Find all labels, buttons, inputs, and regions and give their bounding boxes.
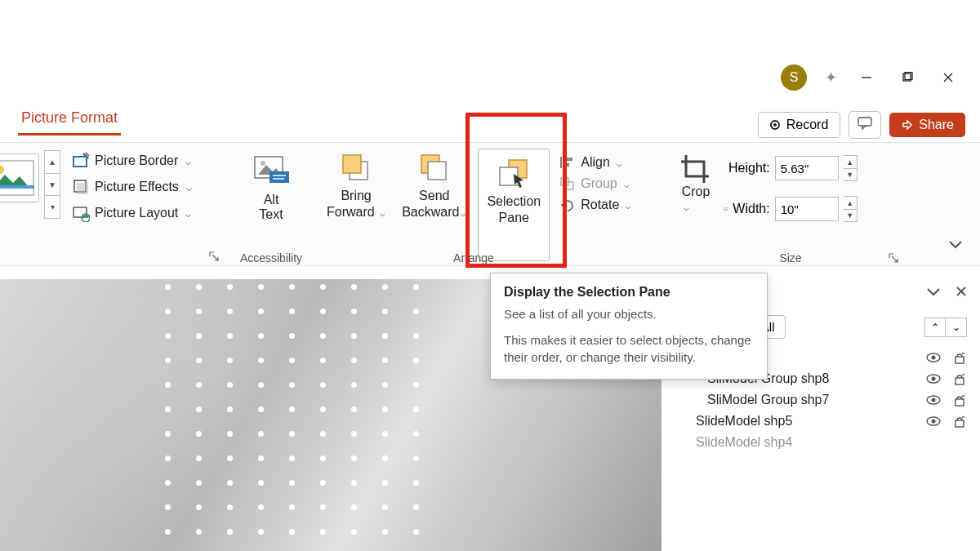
lock-icon[interactable] [952, 393, 967, 407]
copilot-icon[interactable]: ✦ [825, 69, 837, 87]
width-label: Width: [733, 202, 769, 216]
align-button[interactable]: Align [559, 155, 631, 170]
svg-rect-48 [956, 378, 964, 384]
arrange-group-label: Arrange [302, 251, 645, 264]
record-dot-icon [770, 120, 780, 130]
height-spinner[interactable]: ▲▼ [844, 155, 858, 181]
width-icon [724, 207, 728, 211]
ribbon-collapse-button[interactable] [947, 238, 964, 253]
selection-pane-tooltip: Display the Selection Pane See a list of… [490, 273, 768, 380]
bring-forward-button[interactable]: BringForward [318, 144, 394, 266]
ribbon-tab-strip: Picture Format [18, 104, 121, 136]
crop-button[interactable]: Crop [668, 144, 724, 214]
tab-picture-format[interactable]: Picture Format [18, 104, 121, 136]
selection-pane-close-icon[interactable] [956, 281, 967, 302]
picture-style-options: Picture Border Picture Effects Picture L… [72, 152, 192, 222]
svg-point-47 [932, 377, 936, 381]
crop-icon [678, 152, 714, 184]
slide-dot-pattern [162, 279, 448, 551]
gallery-more-icon[interactable]: ▾ [44, 196, 60, 219]
alt-text-icon [252, 155, 291, 188]
close-button[interactable] [937, 66, 960, 89]
accessibility-group: AltText Accessibility [227, 144, 315, 266]
dimension-inputs: Height: ▲▼ Width: ▲▼ [724, 144, 858, 222]
svg-rect-29 [563, 163, 569, 167]
move-up-button[interactable]: ⌃ [924, 318, 946, 337]
object-name: SlideModel shp4 [689, 435, 967, 450]
rotate-button[interactable]: Rotate [559, 198, 631, 212]
record-label: Record [786, 118, 829, 132]
picture-effects-button[interactable]: Picture Effects [72, 178, 192, 196]
picture-border-button[interactable]: Picture Border [72, 152, 192, 170]
move-down-button[interactable]: ⌄ [946, 318, 967, 337]
group-button: Group [559, 176, 631, 191]
tooltip-line1: See a list of all your objects. [504, 306, 754, 322]
svg-rect-24 [428, 162, 446, 180]
list-item[interactable]: SlideModel shp5 [689, 414, 967, 429]
avatar[interactable]: S [781, 64, 807, 91]
object-name: SliModel Group shp7 [689, 393, 926, 407]
lock-icon[interactable] [952, 371, 967, 386]
svg-rect-45 [956, 357, 964, 363]
send-backward-button[interactable]: SendBackward [394, 144, 474, 266]
picture-effects-label: Picture Effects [95, 180, 179, 194]
picture-border-icon [72, 152, 90, 170]
size-dialog-launcher[interactable] [889, 251, 900, 263]
object-name: SlideModel shp5 [689, 414, 926, 429]
align-icon [559, 155, 576, 170]
eye-icon[interactable] [926, 393, 941, 407]
comments-button[interactable] [849, 111, 881, 139]
lock-icon[interactable] [952, 414, 967, 429]
eye-icon[interactable] [926, 371, 941, 386]
lock-icon[interactable] [952, 350, 967, 365]
group-label: Group [581, 176, 617, 191]
list-item[interactable]: SliModel Group shp7 [689, 393, 967, 407]
gallery-up-icon[interactable]: ▲ [44, 150, 60, 174]
svg-point-53 [932, 420, 936, 424]
align-label: Align [581, 155, 610, 170]
share-button[interactable]: Share [889, 113, 965, 137]
svg-rect-12 [77, 183, 88, 194]
bring-forward-label1: Bring [341, 189, 371, 202]
action-row: Record Share [758, 111, 965, 139]
minimize-button[interactable] [855, 66, 878, 89]
svg-marker-32 [561, 204, 564, 207]
width-spinner[interactable]: ▲▼ [844, 196, 858, 222]
selection-pane-collapse-icon[interactable] [926, 281, 941, 302]
bring-forward-label2: Forward [327, 205, 375, 219]
selection-pane-button[interactable]: SelectionPane [478, 149, 550, 261]
eye-icon[interactable] [926, 414, 941, 429]
arrange-right-column: Align Group Rotate [553, 144, 638, 266]
eye-icon[interactable] [926, 350, 941, 365]
size-group: Crop Height: ▲▼ Width: ▲▼ Size [668, 144, 858, 266]
tooltip-line2: This makes it easier to select objects, … [504, 332, 754, 366]
picture-effects-icon [72, 178, 90, 196]
svg-rect-9 [0, 185, 34, 189]
rotate-label: Rotate [581, 198, 619, 212]
list-item[interactable]: SlideModel shp4 [689, 435, 967, 450]
height-input[interactable] [775, 156, 839, 180]
picture-styles-dialog-launcher[interactable] [209, 250, 220, 261]
svg-rect-37 [724, 207, 728, 209]
send-backward-icon [416, 152, 452, 184]
picture-style-gallery[interactable] [0, 153, 39, 202]
send-backward-label1: Send [419, 189, 449, 202]
alt-text-label1: Alt [264, 193, 279, 207]
width-input[interactable] [775, 197, 839, 221]
gallery-down-icon[interactable]: ▼ [44, 174, 60, 197]
record-button[interactable]: Record [758, 112, 841, 138]
group-icon [559, 176, 576, 191]
svg-rect-18 [270, 171, 289, 183]
rotate-icon [559, 198, 576, 212]
svg-rect-54 [956, 420, 964, 427]
picture-layout-button[interactable]: Picture Layout [72, 204, 192, 222]
crop-label: Crop [682, 184, 710, 198]
picture-border-label: Picture Border [95, 153, 178, 168]
svg-rect-51 [956, 399, 964, 406]
gallery-spinner[interactable]: ▲ ▼ ▾ [44, 150, 60, 219]
reorder-buttons: ⌃ ⌄ [924, 318, 967, 337]
svg-point-17 [261, 161, 265, 166]
alt-text-button[interactable]: AltText [227, 144, 315, 222]
maximize-button[interactable] [896, 66, 919, 89]
svg-point-44 [932, 356, 936, 360]
